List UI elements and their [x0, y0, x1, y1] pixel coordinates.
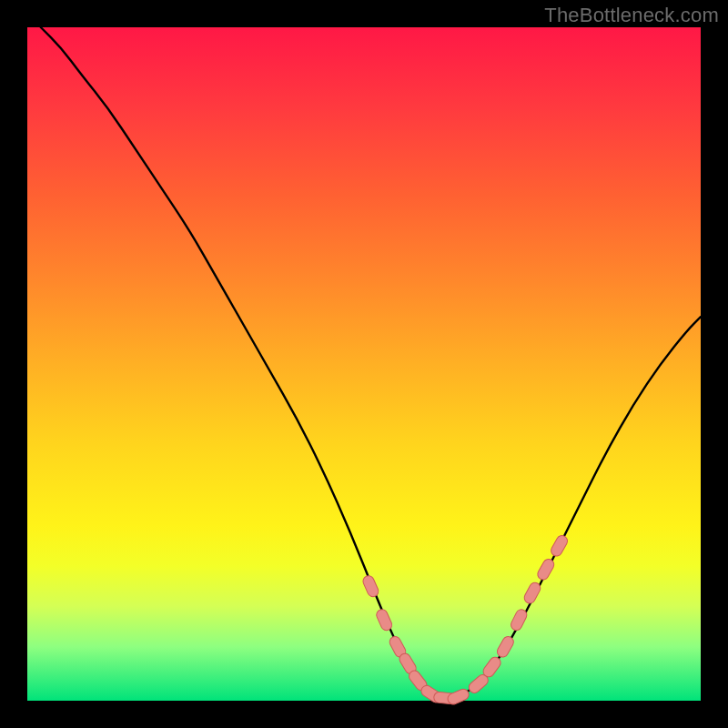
curve-marker	[509, 608, 528, 632]
marker-group	[361, 533, 570, 705]
chart-frame: TheBottleneck.com	[0, 0, 728, 728]
curve-marker	[446, 687, 470, 705]
curve-marker	[495, 634, 515, 659]
curve-marker	[361, 574, 380, 599]
watermark-text: TheBottleneck.com	[544, 4, 719, 27]
curve-marker	[549, 533, 569, 558]
curve-marker	[522, 581, 542, 605]
bottleneck-curve	[41, 27, 701, 698]
curve-marker	[536, 557, 556, 581]
chart-overlay	[27, 27, 701, 701]
curve-marker	[375, 608, 394, 632]
